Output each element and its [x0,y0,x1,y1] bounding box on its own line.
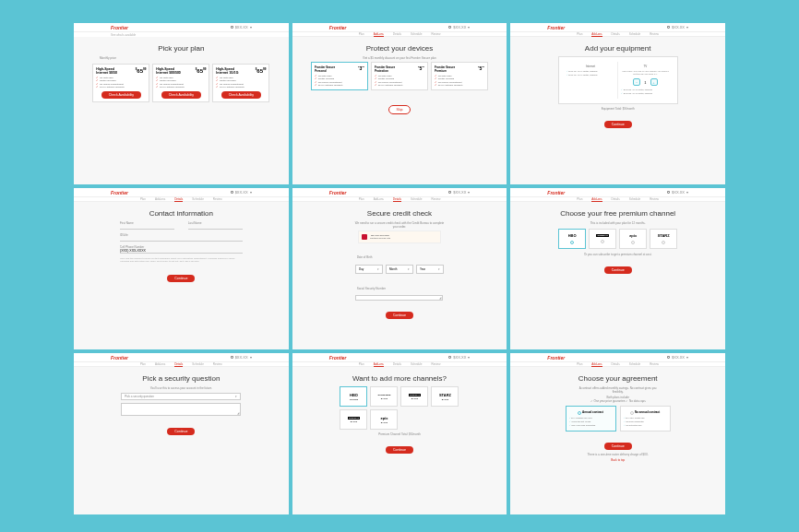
skip-button[interactable]: Skip [388,105,411,114]
plan-card: High-Speed Internet 50/50$6599No data ca… [92,64,149,102]
channel-cinemax[interactable]: CINEMAX [589,229,616,249]
no-contract-card[interactable]: No annual contract$XX/mo. Router feeNo p… [620,406,671,432]
continue-button[interactable]: Continue [604,443,632,450]
channel-card[interactable]: CINEMAX$X/mo [340,409,367,430]
header: Frontier$XX.XX ▾ [74,23,289,32]
channel-starz[interactable]: STARZ [650,229,677,249]
protect-card[interactable]: Frontier Secure Premium$599No data capsR… [431,62,488,90]
channel-card[interactable]: epix$X/mo [370,409,398,430]
day-select[interactable]: Day [355,265,383,274]
cart[interactable]: $XX.XX ▾ [231,25,252,30]
page-title: Protect your devices [311,44,489,53]
screen-protect-devices: Frontier$XX.XX ▾ PlanAdd-onsDetailsSched… [292,23,507,184]
screen-contact-info: Frontier$XX.XX ▾ PlanAdd-onsDetailsSched… [74,188,289,349]
page-title: Secure credit check [311,209,489,218]
page-title: Want to add more channels? [311,374,489,383]
phone-input[interactable]: (XXX) XXX-XXXX [120,249,243,254]
minus-button[interactable]: − [633,78,640,86]
radio-icon [570,241,574,244]
channel-epix[interactable]: epix [619,229,647,249]
screen-pick-plan: Frontier$XX.XX ▾ See what's available Pi… [74,23,289,184]
mcafee-badge: McAfee SECURECertified secure site [358,231,441,243]
answer-input[interactable] [121,403,241,416]
ssn-input[interactable] [355,295,443,301]
channel-card[interactable]: SHOWTIME$X/mo [370,386,398,407]
screen-add-equipment: Frontier$XX.XX ▾ PlanAdd-onsDetailsSched… [510,23,725,184]
page-title: Add your equipment [529,44,707,53]
last-name-input[interactable] [188,225,243,230]
screen-credit-check: Frontier$XX.XX ▾ PlanAdd-onsDetailsSched… [292,188,507,349]
continue-button[interactable]: Continue [604,121,632,128]
screen-agreement: Frontier$XX.XX ▾ PlanAdd-onsDetailsSched… [510,353,725,514]
page-title: Choose your free premium channel [529,209,707,218]
continue-button[interactable]: Continue [167,275,195,282]
screen-add-channels: Frontier$XX.XX ▾ PlanAdd-onsDetailsSched… [292,353,507,514]
screen-free-channel: Frontier$XX.XX ▾ PlanAdd-onsDetailsSched… [510,188,725,349]
note: Monthly price [92,56,270,60]
page-title: Pick your plan [92,44,270,53]
check-availability-button[interactable]: Check Availability [101,91,141,99]
continue-button[interactable]: Continue [386,312,413,319]
plan-card: High-Speed Internet 1G/1G$6599No data ca… [212,64,269,102]
cart-icon [231,26,233,29]
email-input[interactable] [120,237,243,242]
continue-button[interactable]: Continue [386,446,413,454]
plus-button[interactable]: + [650,78,658,86]
mcafee-icon [362,234,367,240]
plan-card: High-Speed Internet 500/500$6599No data … [152,64,209,102]
logo: Frontier [111,25,128,30]
continue-button[interactable]: Continue [604,266,632,274]
protect-card[interactable]: Frontier Secure Protection$599No data ca… [371,62,428,90]
contract-card[interactable]: Annual contract$XX cheaper per yearWaive… [566,406,616,432]
channel-hbo[interactable]: HBO [558,229,586,249]
page-title: Contact information [92,209,270,218]
page-title: Pick a security question [92,374,270,383]
first-name-input[interactable] [120,225,174,230]
channel-card[interactable]: STARZ$X/mo [431,386,459,407]
continue-button[interactable]: Continue [167,428,195,435]
back-to-top-link[interactable]: Back to top [529,458,707,462]
year-select[interactable]: Year [416,265,444,274]
question-select[interactable]: Pick a security question [121,393,241,400]
check-availability-button[interactable]: Check Availability [161,91,201,99]
month-select[interactable]: Month [386,265,413,274]
check-availability-button[interactable]: Check Availability [221,91,261,99]
channel-card[interactable]: HBOIncluded [340,386,367,407]
channel-card[interactable]: CINEMAX$X/mo [400,386,428,407]
protect-card[interactable]: Frontier Secure Personal$399No data caps… [311,62,368,90]
screen-security-question: Frontier$XX.XX ▾ PlanAdd-onsDetailsSched… [74,353,289,514]
page-title: Choose your agreement [529,374,707,383]
